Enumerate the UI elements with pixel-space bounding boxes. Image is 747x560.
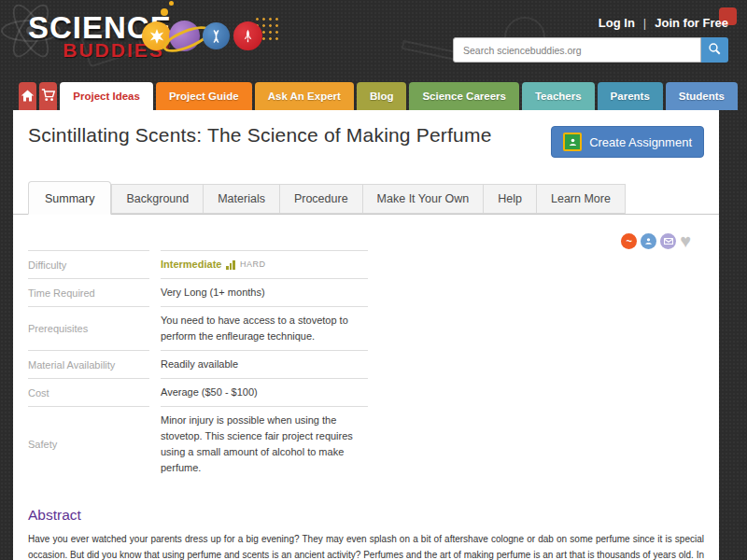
site-header: SCIENCE BUDDIES® Log In|Join for Free [0,0,747,82]
row-value: You need to have access to a stovetop to… [161,306,368,350]
logo-icon-row [142,21,262,51]
nav-tab-project-guide[interactable]: Project Guide [156,82,252,110]
row-label: Time Required [28,278,149,306]
google-classroom-icon [563,133,582,151]
nav-tab-parents[interactable]: Parents [598,82,663,110]
abstract-text: Have you ever watched your parents dress… [28,532,704,560]
tab-make-it-your-own[interactable]: Make It Your Own [363,184,485,214]
row-label: Prerequisites [28,306,149,350]
section-tabs: Summary Background Materials Procedure M… [13,181,719,215]
row-label: Difficulty [28,250,149,278]
row-label: Cost [28,378,149,406]
row-label: Material Availability [28,350,149,378]
nav-tab-science-careers[interactable]: Science Careers [409,82,519,110]
tab-help[interactable]: Help [484,184,537,214]
rocket-icon [233,21,262,50]
share-icons-row: ~ ♥ [13,232,719,249]
tab-summary[interactable]: Summary [28,181,111,215]
search-bar [453,37,728,63]
tab-materials[interactable]: Materials [204,184,280,214]
auth-separator: | [643,16,646,30]
search-icon [708,42,722,59]
content-panel: Scintillating Scents: The Science of Mak… [13,110,719,560]
planet-icon [169,21,200,51]
log-in-link[interactable]: Log In [599,16,635,30]
difficulty-scale-label: HARD [240,259,266,272]
main-navigation: Project Ideas Project Guide Ask An Exper… [19,82,738,110]
tab-background[interactable]: Background [111,184,204,214]
abstract-heading: Abstract [28,507,704,524]
abstract-section: Abstract Have you ever watched your pare… [13,507,719,560]
nav-tab-ask-an-expert[interactable]: Ask An Expert [255,82,354,110]
dna-icon [203,22,230,49]
row-value: Readily available [161,350,368,378]
title-row: Scintillating Scents: The Science of Mak… [13,110,719,158]
remind-share-icon[interactable]: ~ [621,233,637,249]
search-input[interactable] [453,37,701,63]
row-label: Safety [28,406,149,489]
table-row-cost: Cost Average ($50 - $100) [28,378,368,406]
auth-links: Log In|Join for Free [599,16,728,30]
nav-tab-blog[interactable]: Blog [357,82,407,110]
tab-procedure[interactable]: Procedure [280,184,363,214]
row-value: Minor injury is possible when using the … [161,406,368,489]
table-row-time-required: Time Required Very Long (1+ months) [28,278,368,306]
cart-icon [41,88,56,105]
table-row-prerequisites: Prerequisites You need to have access to… [28,306,368,350]
difficulty-bars-icon [226,260,235,270]
join-for-free-link[interactable]: Join for Free [655,16,728,30]
home-tab[interactable] [19,82,36,110]
home-icon [21,89,35,105]
email-share-icon[interactable] [660,233,676,249]
nav-tab-project-ideas[interactable]: Project Ideas [60,82,153,110]
tab-learn-more[interactable]: Learn More [537,184,626,214]
page-title: Scintillating Scents: The Science of Mak… [28,124,492,147]
table-row-material-availability: Material Availability Readily available [28,350,368,378]
row-value: Average ($50 - $100) [161,378,368,406]
search-button[interactable] [701,37,728,63]
logo-sparkle-dot [169,1,174,6]
table-row-difficulty: Difficulty Intermediate HARD [28,250,368,278]
create-assignment-label: Create Assignment [589,135,692,149]
project-details-table: Difficulty Intermediate HARD Time Requir… [28,250,368,489]
favorite-heart-icon[interactable]: ♥ [680,233,691,249]
classroom-share-icon[interactable] [641,233,656,249]
nav-tab-students[interactable]: Students [666,82,738,110]
cart-tab[interactable] [39,82,57,110]
row-value: Very Long (1+ months) [161,278,368,306]
table-row-safety: Safety Minor injury is possible when usi… [28,406,368,489]
create-assignment-button[interactable]: Create Assignment [551,126,704,158]
difficulty-level: Intermediate [161,257,221,273]
nav-tab-teachers[interactable]: Teachers [522,82,595,110]
logo-sparkle-dot [161,8,168,16]
